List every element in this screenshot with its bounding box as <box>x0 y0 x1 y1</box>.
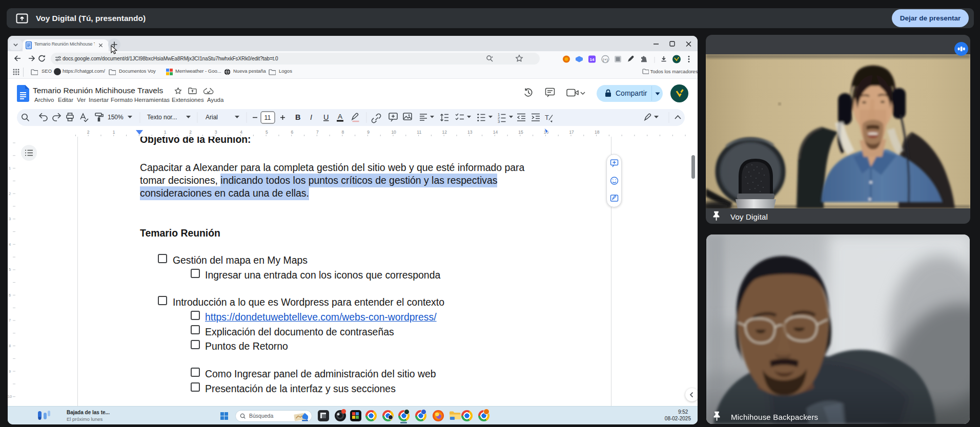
svg-text:T: T <box>545 114 549 121</box>
svg-text:7: 7 <box>9 318 11 323</box>
svg-text:13: 13 <box>467 130 473 135</box>
svg-text:9: 9 <box>367 130 370 135</box>
svg-text:2: 2 <box>87 130 90 135</box>
svg-text:10: 10 <box>8 394 12 399</box>
svg-text:17: 17 <box>569 130 574 135</box>
svg-text:9: 9 <box>9 369 11 374</box>
svg-text:8: 8 <box>342 130 344 135</box>
svg-text:6: 6 <box>291 130 293 135</box>
svg-text:Texto nor...: Texto nor... <box>147 114 177 121</box>
svg-text:I: I <box>310 113 312 121</box>
svg-text:3: 3 <box>498 119 500 124</box>
svg-text:5: 5 <box>266 130 268 135</box>
svg-text:14: 14 <box>493 130 498 135</box>
svg-text:B: B <box>295 113 300 121</box>
svg-text:U: U <box>323 113 329 121</box>
svg-text:2: 2 <box>189 130 192 135</box>
svg-text:10: 10 <box>391 130 396 135</box>
svg-text:4: 4 <box>9 242 11 247</box>
svg-text:5: 5 <box>9 267 11 272</box>
svg-text:11: 11 <box>264 114 271 121</box>
svg-text:4: 4 <box>240 130 242 135</box>
svg-text:150%: 150% <box>108 114 124 121</box>
svg-text:A: A <box>338 113 342 120</box>
svg-text:12: 12 <box>442 130 447 135</box>
svg-text:3: 3 <box>215 130 217 135</box>
svg-text:7: 7 <box>316 130 319 135</box>
svg-text:1: 1 <box>9 166 11 170</box>
svg-text:3: 3 <box>9 217 11 221</box>
svg-text:15: 15 <box>518 130 523 135</box>
svg-text:11: 11 <box>417 130 421 135</box>
svg-text:6: 6 <box>9 293 11 297</box>
svg-text:(+): (+) <box>603 57 608 62</box>
svg-text:14: 14 <box>590 57 595 62</box>
svg-text:1: 1 <box>164 130 167 135</box>
svg-text:Arial: Arial <box>206 114 218 121</box>
svg-text:18: 18 <box>595 130 600 135</box>
svg-text:8: 8 <box>9 344 11 348</box>
svg-text:1: 1 <box>113 130 115 135</box>
svg-text:2: 2 <box>9 191 11 196</box>
